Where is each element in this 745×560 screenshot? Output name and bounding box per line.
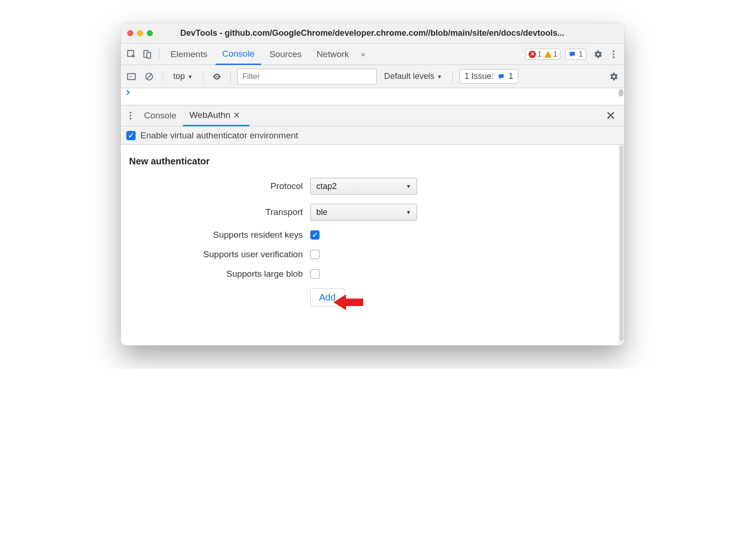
drawer-tab-webauthn[interactable]: WebAuthn ✕ (183, 106, 249, 126)
transport-label: Transport (129, 207, 310, 217)
tab-sources[interactable]: Sources (263, 44, 308, 65)
window-title: DevTools - github.com/GoogleChrome/devel… (159, 28, 618, 38)
resident-keys-label: Supports resident keys (129, 230, 310, 240)
drawer-tabs: Console WebAuthn ✕ ✕ (121, 105, 624, 126)
devtools-window: DevTools - github.com/GoogleChrome/devel… (121, 23, 624, 345)
close-tab-icon[interactable]: ✕ (230, 110, 243, 120)
resident-keys-checkbox[interactable] (310, 230, 320, 240)
issues-button[interactable]: 1 Issue: 1 (459, 69, 518, 84)
error-icon: ✕ (529, 51, 536, 58)
drawer-tab-console[interactable]: Console (137, 105, 183, 126)
console-prompt[interactable] (121, 88, 624, 105)
chevron-down-icon: ▼ (406, 209, 411, 215)
user-verification-checkbox[interactable] (310, 250, 320, 259)
protocol-value: ctap2 (316, 182, 337, 191)
drawer-tab-label: WebAuthn (190, 110, 230, 120)
drawer-more-icon[interactable] (124, 109, 137, 123)
filter-input[interactable] (237, 69, 377, 85)
level-label: Default levels (384, 72, 434, 81)
transport-value: ble (316, 208, 327, 217)
titlebar: DevTools - github.com/GoogleChrome/devel… (121, 23, 624, 44)
live-expression-icon[interactable] (210, 70, 224, 84)
protocol-label: Protocol (129, 181, 310, 191)
main-tabs-row: Elements Console Sources Network » ✕1 1 … (121, 44, 624, 65)
divider (452, 71, 453, 82)
large-blob-label: Supports large blob (129, 269, 310, 279)
svg-point-5 (613, 56, 614, 58)
prompt-chevron-icon (125, 89, 131, 96)
divider (159, 49, 159, 60)
minimize-window-button[interactable] (137, 30, 143, 36)
console-sidebar-toggle-icon[interactable] (124, 70, 138, 84)
svg-rect-2 (147, 52, 150, 58)
device-toggle-icon[interactable] (140, 47, 154, 61)
user-verification-label: Supports user verification (129, 249, 310, 260)
svg-line-8 (147, 74, 151, 78)
error-warning-badge[interactable]: ✕1 1 (525, 49, 561, 60)
chevron-down-icon: ▼ (406, 183, 411, 189)
inspect-element-icon[interactable] (124, 47, 138, 61)
svg-point-10 (130, 115, 131, 117)
svg-point-9 (130, 112, 131, 114)
svg-point-11 (130, 118, 131, 120)
messages-badge[interactable]: 1 (565, 49, 586, 60)
context-value: top (173, 72, 185, 81)
message-icon (497, 73, 505, 80)
close-window-button[interactable] (127, 30, 133, 36)
enable-virtual-authenticator-row: Enable virtual authenticator environment (121, 126, 624, 145)
form-title: New authenticator (129, 156, 610, 167)
svg-point-3 (613, 50, 614, 52)
issues-label: 1 Issue: (464, 72, 494, 81)
new-authenticator-form: New authenticator Protocol ctap2 ▼ Trans… (121, 145, 624, 345)
large-blob-checkbox[interactable] (310, 269, 320, 279)
more-tabs-icon[interactable]: » (357, 50, 369, 59)
log-level-selector[interactable]: Default levels ▼ (380, 72, 446, 81)
warning-count: 1 (553, 50, 557, 59)
more-options-icon[interactable] (607, 47, 621, 61)
console-settings-gear-icon[interactable] (607, 70, 621, 84)
console-toolbar: top ▼ Default levels ▼ 1 Issue: 1 (121, 65, 624, 88)
message-icon (569, 51, 576, 58)
chevron-down-icon: ▼ (437, 74, 442, 79)
protocol-select[interactable]: ctap2 ▼ (310, 178, 417, 195)
svg-point-4 (613, 53, 614, 55)
error-count: 1 (537, 50, 542, 59)
warning-icon (544, 51, 552, 58)
divider (163, 71, 163, 82)
divider (203, 71, 203, 82)
traffic-lights (127, 30, 153, 36)
message-count: 1 (579, 50, 583, 59)
tab-console[interactable]: Console (216, 44, 261, 65)
transport-select[interactable]: ble ▼ (310, 204, 417, 221)
settings-gear-icon[interactable] (591, 47, 605, 61)
issues-count: 1 (509, 72, 513, 81)
maximize-window-button[interactable] (147, 30, 153, 36)
divider (230, 71, 231, 82)
chevron-down-icon: ▼ (188, 74, 193, 79)
scrollbar-thumb[interactable] (620, 146, 623, 341)
clear-console-icon[interactable] (142, 70, 156, 84)
enable-virtual-authenticator-label: Enable virtual authenticator environment (140, 130, 298, 141)
add-button[interactable]: Add (310, 288, 345, 306)
context-selector[interactable]: top ▼ (170, 70, 196, 83)
enable-virtual-authenticator-checkbox[interactable] (126, 131, 136, 140)
close-drawer-icon[interactable]: ✕ (600, 109, 621, 123)
tab-network[interactable]: Network (310, 44, 356, 65)
tab-elements[interactable]: Elements (164, 44, 214, 65)
scrollbar-thumb[interactable] (619, 89, 623, 97)
